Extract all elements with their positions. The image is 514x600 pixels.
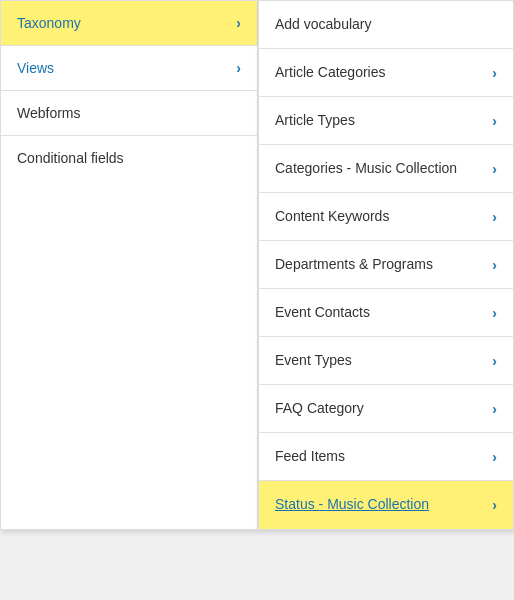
right-menu-item-label-9: Feed Items: [275, 447, 484, 467]
right-menu-item-label-4: Content Keywords: [275, 207, 484, 227]
left-menu-item-label-2: Webforms: [17, 105, 81, 121]
left-menu-item-1[interactable]: Views›: [1, 46, 257, 91]
chevron-right-icon: ›: [492, 113, 497, 129]
chevron-right-icon: ›: [236, 60, 241, 76]
right-menu-item-2[interactable]: Article Types›: [259, 97, 513, 145]
chevron-right-icon: ›: [492, 449, 497, 465]
chevron-right-icon: ›: [492, 401, 497, 417]
right-menu-item-label-5: Departments & Programs: [275, 255, 484, 275]
chevron-right-icon: ›: [492, 497, 497, 513]
chevron-right-icon: ›: [492, 209, 497, 225]
right-menu-item-label-6: Event Contacts: [275, 303, 484, 323]
right-menu-item-10[interactable]: Status - Music Collection›: [259, 481, 513, 529]
right-menu-item-3[interactable]: Categories - Music Collection›: [259, 145, 513, 193]
left-menu-item-3[interactable]: Conditional fields: [1, 136, 257, 180]
right-menu-item-7[interactable]: Event Types›: [259, 337, 513, 385]
right-menu: Add vocabularyArticle Categories›Article…: [258, 0, 514, 530]
chevron-right-icon: ›: [492, 353, 497, 369]
chevron-right-icon: ›: [492, 257, 497, 273]
chevron-right-icon: ›: [492, 161, 497, 177]
right-menu-item-label-0: Add vocabulary: [275, 15, 497, 35]
right-menu-item-9[interactable]: Feed Items›: [259, 433, 513, 481]
menu-container: Taxonomy›Views›WebformsConditional field…: [0, 0, 514, 530]
right-menu-item-6[interactable]: Event Contacts›: [259, 289, 513, 337]
left-menu: Taxonomy›Views›WebformsConditional field…: [0, 0, 258, 530]
chevron-right-icon: ›: [236, 15, 241, 31]
left-menu-item-label-0: Taxonomy: [17, 15, 81, 31]
chevron-right-icon: ›: [492, 65, 497, 81]
right-menu-item-4[interactable]: Content Keywords›: [259, 193, 513, 241]
left-menu-item-label-3: Conditional fields: [17, 150, 124, 166]
right-menu-item-8[interactable]: FAQ Category›: [259, 385, 513, 433]
right-menu-item-label-8: FAQ Category: [275, 399, 484, 419]
right-menu-item-5[interactable]: Departments & Programs›: [259, 241, 513, 289]
left-menu-item-2[interactable]: Webforms: [1, 91, 257, 136]
chevron-right-icon: ›: [492, 305, 497, 321]
left-menu-item-label-1: Views: [17, 60, 54, 76]
left-menu-item-0[interactable]: Taxonomy›: [1, 1, 257, 46]
right-menu-item-label-7: Event Types: [275, 351, 484, 371]
right-menu-item-0[interactable]: Add vocabulary: [259, 1, 513, 49]
right-menu-item-label-2: Article Types: [275, 111, 484, 131]
right-menu-item-1[interactable]: Article Categories›: [259, 49, 513, 97]
right-menu-item-label-3: Categories - Music Collection: [275, 159, 484, 179]
right-menu-item-label-1: Article Categories: [275, 63, 484, 83]
right-menu-item-label-10: Status - Music Collection: [275, 495, 484, 515]
